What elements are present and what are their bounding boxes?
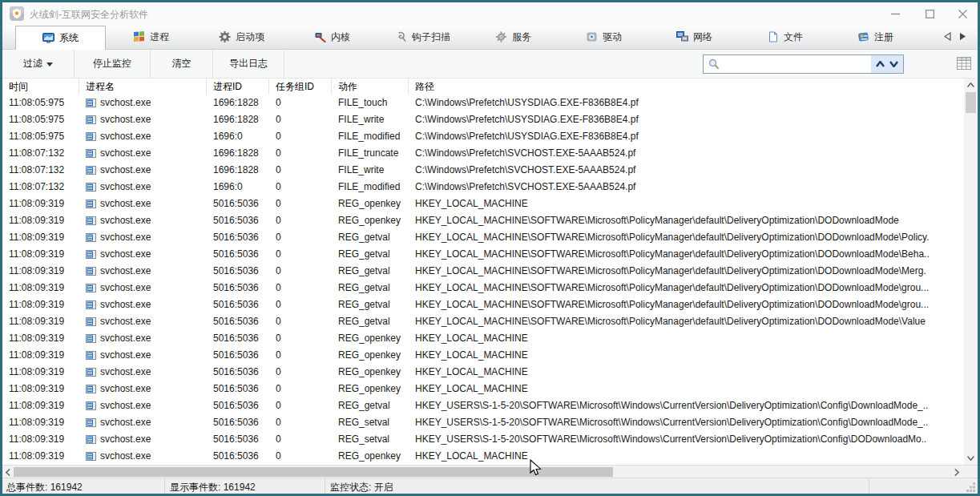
tab-registry[interactable]: 注册	[830, 25, 921, 49]
horizontal-scroll-thumb[interactable]	[14, 467, 613, 477]
tab-startup[interactable]: 启动项	[196, 25, 287, 49]
column-header-path[interactable]: 路径	[409, 79, 964, 95]
maximize-button[interactable]	[916, 2, 943, 25]
cell-path: HKEY_LOCAL_MACHINE\SOFTWARE\Microsoft\Po…	[409, 313, 964, 330]
cell-taskgroup: 0	[269, 246, 332, 263]
tab-system[interactable]: 系统	[15, 26, 106, 50]
cell-process: svchost.exe	[79, 229, 207, 246]
tab-process[interactable]: 进程	[106, 25, 196, 49]
stop-monitor-button[interactable]: 停止监控	[75, 50, 151, 78]
table-row[interactable]: 11:08:09:319 svchost.exe 5016:5036 0 REG…	[2, 263, 964, 280]
table-row[interactable]: 11:08:09:319 svchost.exe 5016:5036 0 REG…	[2, 330, 964, 347]
cell-action: REG_getval	[332, 313, 409, 330]
tab-kernel[interactable]: 内核	[287, 25, 377, 49]
table-row[interactable]: 11:08:05:975 svchost.exe 1696:1828 0 FIL…	[2, 111, 964, 128]
tab-label: 网络	[693, 30, 712, 44]
tab-files[interactable]: 文件	[740, 25, 830, 49]
column-header-process[interactable]: 进程名	[79, 79, 207, 95]
stop-monitor-label: 停止监控	[93, 57, 131, 71]
cell-pid: 5016:5036	[207, 431, 269, 448]
table-row[interactable]: 11:08:07:132 svchost.exe 1696:1828 0 FIL…	[2, 145, 964, 162]
tab-scroll-left-icon[interactable]	[944, 32, 951, 41]
table-row[interactable]: 11:08:05:975 svchost.exe 1696:1828 0 FIL…	[2, 95, 964, 111]
tab-services[interactable]: 服务	[468, 25, 559, 49]
cell-path: C:\Windows\Prefetch\SVCHOST.EXE-5AAAB524…	[409, 162, 964, 179]
search-input[interactable]	[724, 56, 871, 72]
close-button[interactable]	[949, 2, 976, 25]
column-header-taskgroup[interactable]: 任务组ID	[269, 79, 332, 95]
cell-pid: 5016:5036	[207, 263, 269, 280]
scroll-right-button[interactable]	[951, 466, 962, 478]
cell-action: REG_getval	[332, 246, 409, 263]
minimize-button[interactable]	[881, 2, 909, 25]
cell-taskgroup: 0	[269, 448, 332, 465]
event-rows: 11:08:05:975 svchost.exe 1696:1828 0 FIL…	[2, 95, 964, 465]
table-row[interactable]: 11:08:09:319 svchost.exe 5016:5036 0 REG…	[2, 448, 964, 465]
tab-scroll-right-icon[interactable]	[959, 32, 966, 41]
clear-label: 清空	[172, 57, 192, 71]
table-row[interactable]: 11:08:09:319 svchost.exe 5016:5036 0 REG…	[2, 296, 964, 313]
cell-process: svchost.exe	[79, 381, 207, 397]
tab-label: 进程	[150, 30, 169, 44]
tab-drivers[interactable]: 驱动	[559, 25, 649, 49]
table-row[interactable]: 11:08:09:319 svchost.exe 5016:5036 0 REG…	[2, 381, 964, 397]
table-row[interactable]: 11:08:09:319 svchost.exe 5016:5036 0 REG…	[2, 229, 964, 246]
scroll-left-button[interactable]	[2, 466, 14, 478]
export-log-button[interactable]: 导出日志	[213, 50, 284, 78]
filter-button[interactable]: 过滤	[2, 50, 75, 78]
table-row[interactable]: 11:08:09:319 svchost.exe 5016:5036 0 REG…	[2, 414, 964, 431]
search-next-icon[interactable]	[889, 61, 898, 67]
process-exe-icon	[86, 284, 96, 292]
horizontal-scrollbar[interactable]	[2, 465, 978, 478]
scroll-down-button[interactable]	[964, 452, 978, 465]
cell-time: 11:08:07:132	[2, 145, 79, 162]
table-row[interactable]: 11:08:09:319 svchost.exe 5016:5036 0 REG…	[2, 196, 964, 212]
resize-grip[interactable]	[965, 481, 976, 492]
tab-network[interactable]: 网络	[649, 25, 740, 49]
cell-process: svchost.exe	[79, 246, 207, 263]
table-row[interactable]: 11:08:09:319 svchost.exe 5016:5036 0 REG…	[2, 397, 964, 414]
process-exe-icon	[86, 452, 96, 461]
cell-path: C:\Windows\Prefetch\USYSDIAG.EXE-F836B8E…	[409, 111, 964, 128]
scroll-up-button[interactable]	[964, 79, 978, 91]
search-prev-icon[interactable]	[876, 61, 885, 67]
table-row[interactable]: 11:08:07:132 svchost.exe 1696:0 0 FILE_m…	[2, 179, 964, 196]
cell-pid: 5016:5036	[207, 414, 269, 431]
cell-pid: 5016:5036	[207, 381, 269, 397]
column-header-action[interactable]: 动作	[332, 79, 409, 95]
table-row[interactable]: 11:08:09:319 svchost.exe 5016:5036 0 REG…	[2, 212, 964, 229]
process-exe-icon	[86, 368, 96, 377]
status-bar: 总事件数: 161942 显示事件数: 161942 监控状态: 开启	[2, 478, 978, 494]
process-name: svchost.exe	[100, 414, 151, 431]
tab-label: 服务	[512, 30, 531, 44]
title-bar: 火绒剑-互联网安全分析软件	[2, 2, 978, 25]
vertical-scrollbar[interactable]	[964, 79, 978, 465]
driver-icon	[586, 31, 598, 42]
cell-time: 11:08:09:319	[2, 397, 79, 414]
table-row[interactable]: 11:08:09:319 svchost.exe 5016:5036 0 REG…	[2, 280, 964, 296]
cell-process: svchost.exe	[79, 280, 207, 296]
cell-path: HKEY_USERS\S-1-5-20\SOFTWARE\Microsoft\W…	[409, 414, 964, 431]
cell-path: HKEY_USERS\S-1-5-20\SOFTWARE\Microsoft\W…	[409, 431, 964, 448]
table-row[interactable]: 11:08:09:319 svchost.exe 5016:5036 0 REG…	[2, 431, 964, 448]
vertical-scroll-thumb[interactable]	[966, 92, 976, 113]
table-row[interactable]: 11:08:09:319 svchost.exe 5016:5036 0 REG…	[2, 364, 964, 381]
table-row[interactable]: 11:08:07:132 svchost.exe 1696:1828 0 FIL…	[2, 162, 964, 179]
column-header-pid[interactable]: 进程ID	[207, 79, 269, 95]
table-row[interactable]: 11:08:09:319 svchost.exe 5016:5036 0 REG…	[2, 313, 964, 330]
cell-path: HKEY_LOCAL_MACHINE\SOFTWARE\Microsoft\Po…	[409, 212, 964, 229]
process-name: svchost.exe	[100, 397, 151, 414]
table-row[interactable]: 11:08:05:975 svchost.exe 1696:0 0 FILE_m…	[2, 128, 964, 145]
table-row[interactable]: 11:08:09:319 svchost.exe 5016:5036 0 REG…	[2, 347, 964, 364]
tab-hook-scan[interactable]: 钩子扫描	[377, 25, 468, 49]
cell-pid: 5016:5036	[207, 330, 269, 347]
cell-pid: 5016:5036	[207, 364, 269, 381]
table-row[interactable]: 11:08:09:319 svchost.exe 5016:5036 0 REG…	[2, 246, 964, 263]
column-settings-button[interactable]	[955, 55, 973, 71]
column-header-time[interactable]: 时间	[2, 79, 79, 95]
cell-pid: 5016:5036	[207, 296, 269, 313]
process-name: svchost.exe	[100, 347, 151, 364]
hook-scan-icon	[395, 31, 407, 42]
tab-label: 驱动	[603, 30, 622, 44]
clear-button[interactable]: 清空	[151, 50, 213, 78]
